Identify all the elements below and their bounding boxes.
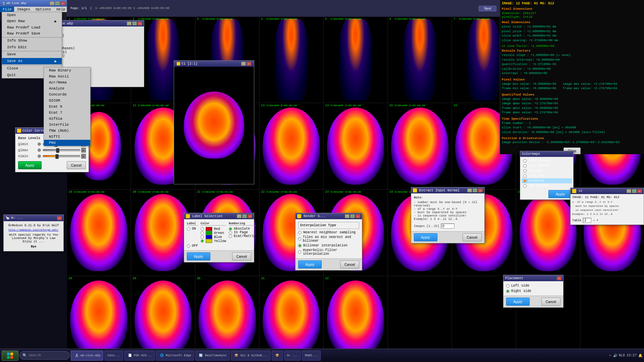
submenu-concorde[interactable]: Concorde [44,92,90,98]
colormap-lut-loaded[interactable]: LUT loaded ... [522,183,572,188]
render-bilinear[interactable]: Bilinear interpolation [298,244,359,247]
render-max-btn[interactable]: □ [350,214,355,218]
render-apply-button[interactable]: Apply [298,260,322,268]
scan-cell-4[interactable]: 4 S=00s000 D=00:00:00 [260,17,323,103]
submenu-acr-nema[interactable]: Acr/Nema [44,79,90,85]
extract-apply-button[interactable]: Apply [414,233,437,241]
placement-apply-button[interactable]: Apply [506,298,530,306]
cc-track-glmax[interactable] [43,149,80,151]
extract-close-btn[interactable]: × [478,188,483,192]
placement-right[interactable]: Right side [506,289,560,293]
scan-cell-15[interactable]: 15 S=00s000 D=00:00:00 [388,103,451,189]
brain-min-btn[interactable]: _ [241,62,246,66]
submenu-gifsia[interactable]: GifSia [44,116,90,122]
submenu-ecat7[interactable]: Ecat 7 [44,110,90,116]
taskbar-notification[interactable]: 🔔 [638,354,642,358]
about-url[interactable]: http://emedcon.sourceforge.net/ [9,228,59,231]
submenu-png[interactable]: PNG [44,140,90,146]
extract-images-input[interactable] [441,224,454,229]
render-close-btn[interactable]: × [356,214,360,218]
imgnum-close-btn[interactable]: × [138,21,142,25]
ls-color-yellow[interactable]: Yellow [201,239,226,243]
ls-close-btn[interactable]: × [248,214,252,218]
colormap-combined[interactable]: Combined [522,173,572,178]
about-close-btn[interactable]: × [57,216,62,220]
taskbar-btn-pdf[interactable]: 📄 PDF-XCh... [124,351,155,361]
ls-on-radio[interactable]: ON [187,227,198,231]
min-button[interactable]: _ [50,1,54,5]
menu-item-save-as[interactable]: Save As▶ [2,58,62,64]
render-cancel-button[interactable]: Cancel [340,260,359,268]
img-info-close-btn[interactable]: × [637,189,642,193]
placement-left[interactable]: Left side [506,284,560,288]
menu-item-info-edit[interactable]: Info Edit [2,44,62,50]
ls-apply-button[interactable]: Apply [187,252,210,260]
placement-close-btn[interactable]: × [557,276,561,280]
taskbar-btn-git[interactable]: 📦 Git & GitHub... [231,351,271,361]
scan-cell-14[interactable]: 14 S=00s000 D=00:00:00 [324,103,387,189]
cc-cancel-button[interactable]: Cancel [67,161,86,169]
ls-cancel-button[interactable]: Cancel [232,252,251,260]
taskbar-btn-main[interactable]: 🔬 wb-cine.wbp [71,351,103,361]
close-button[interactable]: × [60,1,65,5]
cc-arrow-right-glmax[interactable]: ▶ [81,148,86,153]
menu-item-raw-predef-load[interactable]: Raw Predef Load [2,24,62,31]
ls-num-in-page[interactable]: In Page [229,231,256,234]
colormap-rainbow[interactable]: Rainbow [522,168,572,173]
brain-close-btn[interactable]: × [247,62,251,66]
menu-item-info-show[interactable]: Info Show [2,37,62,44]
submenu-dicom[interactable]: DICOM [44,98,90,104]
submenu-nifti[interactable]: NIfTI [44,134,90,140]
menu-item-open[interactable]: Open [2,12,62,18]
render-nearest[interactable]: Nearest neighbour sampling [298,231,359,234]
render-tiles[interactable]: Tiles as mix nearest and bilinear [298,235,359,243]
scan-cell-13[interactable]: 13 S=00s000 D=00:00:00 [260,103,323,189]
ls-max-btn[interactable]: □ [242,214,247,218]
colormap-hotmetal[interactable]: Hotmetal [522,178,572,183]
render-hyperbolic[interactable]: Hyperbolic-filter interpolation [298,248,359,256]
scan-cell-19[interactable]: 19 S=00s000 D=00:00:00 [67,190,130,276]
menu-images[interactable]: Images [14,7,33,12]
colormap-gray-normal[interactable]: Gray Normal [522,158,572,163]
ls-color-blue[interactable]: Blue [201,235,226,239]
taskbar-btn-sync[interactable]: 🔄 RealTimeSync [195,351,230,361]
colormap-apply-button[interactable]: Apply [548,190,572,198]
extract-min-btn[interactable]: _ [467,188,472,192]
imgnum-min-btn[interactable]: _ [127,21,131,25]
taskbar-btn-mobi[interactable]: MOBI... [302,351,321,361]
menu-help[interactable]: Help [54,7,68,12]
extract-max-btn[interactable]: □ [473,188,477,192]
colormap-gray-invers[interactable]: Gray Invers [522,163,572,168]
search-bar[interactable]: 🔍 Search [19,351,70,360]
placement-cancel-button[interactable]: Cancel [541,298,560,306]
start-button[interactable] [2,351,18,361]
img-info-max-btn[interactable]: □ [632,189,637,193]
submenu-raw-binary[interactable]: Raw Binary [44,67,90,73]
submenu-interfile[interactable]: InterFile [44,122,90,128]
menu-options[interactable]: Options [33,7,54,12]
extract-cancel-button[interactable]: Cancel [463,233,482,241]
menu-file[interactable]: File [0,7,14,12]
imgnum-max-btn[interactable]: □ [132,21,137,25]
menu-item-save[interactable]: Save [2,51,62,57]
submenu-fnw-rug[interactable]: fNW (RUG) [44,128,90,134]
taskbar-btn-git2[interactable]: 📦 [272,351,283,361]
ls-min-btn[interactable]: _ [237,214,241,218]
ls-color-red[interactable]: Red [201,227,226,231]
next-button[interactable]: Next [479,6,496,11]
scan-cell-6[interactable]: 6 S=00s000 D=00:00:00 [388,17,451,103]
scan-cell-5[interactable]: 5 S=00s000 D=00:00:00 [324,17,387,103]
img-info-min-btn[interactable]: _ [627,189,631,193]
taskbar-btn-cons[interactable]: Cons... [104,351,123,361]
ls-off-radio[interactable]: OFF [187,244,198,248]
cc-track-nlmin[interactable] [43,155,80,157]
max-button[interactable]: □ [55,1,60,5]
submenu-ecat6[interactable]: Ecat 6 [44,104,90,110]
render-min-btn[interactable]: _ [345,214,350,218]
taskbar-btn-edge[interactable]: 🌐 Microsoft Edge [156,351,194,361]
menu-item-raw-predef-save[interactable]: Raw Predef Save [2,31,62,37]
ls-num-ecat[interactable]: Ecat/Matrix [229,234,256,238]
ls-num-absolute[interactable]: Absolute [229,227,256,231]
submenu-raw-ascii[interactable]: Raw Ascii [44,73,90,79]
cc-arrow-right-nlmin[interactable]: ▶ [81,154,86,159]
